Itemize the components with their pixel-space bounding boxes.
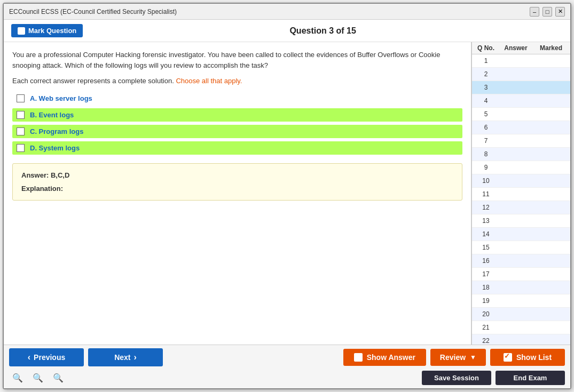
sidebar-cell-answer — [497, 175, 535, 186]
sidebar-cell-qno: 19 — [475, 295, 497, 306]
sidebar-row[interactable]: 12 — [472, 201, 570, 214]
option-c-checkbox[interactable] — [17, 127, 25, 135]
sidebar-cell-marked — [535, 175, 567, 186]
sidebar-row[interactable]: 9 — [472, 161, 570, 174]
sidebar-cell-qno: 12 — [475, 202, 497, 213]
bottom-bar: ‹ Previous Next › Show Answer Review ▼ — [4, 345, 570, 388]
show-answer-label: Show Answer — [367, 353, 415, 362]
minimize-button[interactable]: – — [530, 7, 539, 17]
sidebar-row[interactable]: 4 — [472, 94, 570, 108]
zoom-in-button[interactable]: 🔍 — [50, 372, 67, 384]
sidebar-cell-answer — [497, 269, 535, 279]
sidebar: Q No. Answer Marked 1 2 3 4 5 — [471, 42, 570, 345]
mark-question-button[interactable]: Mark Question — [11, 24, 83, 37]
sidebar-cell-answer — [497, 135, 535, 146]
sidebar-cell-qno: 20 — [475, 309, 497, 319]
review-dropdown-icon: ▼ — [470, 354, 476, 361]
sidebar-cell-qno: 17 — [475, 269, 497, 279]
answer-line: Answer: B,C,D — [21, 171, 453, 179]
sidebar-cell-answer — [497, 109, 535, 119]
sidebar-cell-marked — [535, 162, 567, 173]
sidebar-row[interactable]: 11 — [472, 188, 570, 201]
review-button[interactable]: Review ▼ — [430, 349, 486, 366]
sidebar-cell-answer — [497, 215, 535, 226]
sidebar-cell-answer — [497, 282, 535, 293]
sidebar-row[interactable]: 5 — [472, 108, 570, 121]
save-session-button[interactable]: Save Session — [422, 371, 491, 385]
option-c-row[interactable]: C. Program logs — [12, 125, 462, 138]
zoom-out-button[interactable]: 🔍 — [9, 372, 26, 384]
sidebar-cell-marked — [535, 149, 567, 159]
sidebar-row[interactable]: 8 — [472, 148, 570, 161]
maximize-button[interactable]: □ — [542, 7, 552, 17]
sidebar-cell-qno: 3 — [475, 82, 497, 93]
sidebar-row[interactable]: 6 — [472, 121, 570, 134]
sidebar-cell-answer — [497, 335, 535, 345]
sidebar-cell-qno: 14 — [475, 229, 497, 239]
sidebar-cell-marked — [535, 295, 567, 306]
sidebar-cell-answer — [497, 202, 535, 213]
sidebar-cell-answer — [497, 162, 535, 173]
sidebar-cell-marked — [535, 255, 567, 266]
option-c-label: C. Program logs — [30, 127, 83, 135]
show-list-button[interactable]: Show List — [490, 349, 565, 366]
sidebar-cell-qno: 13 — [475, 215, 497, 226]
app-window: ECCouncil ECSS (EC-Council Certified Sec… — [3, 3, 571, 389]
sidebar-col-qno: Q No. — [475, 44, 497, 52]
sidebar-row[interactable]: 7 — [472, 134, 570, 148]
option-a-checkbox[interactable] — [17, 94, 25, 102]
zoom-reset-button[interactable]: 🔍 — [29, 372, 46, 384]
sidebar-row[interactable]: 14 — [472, 228, 570, 241]
option-d-checkbox[interactable] — [17, 144, 25, 152]
sidebar-row[interactable]: 15 — [472, 241, 570, 254]
window-title: ECCouncil ECSS (EC-Council Certified Sec… — [9, 8, 177, 15]
sidebar-cell-answer — [497, 255, 535, 266]
prev-arrow-icon: ‹ — [28, 353, 30, 362]
sidebar-row[interactable]: 10 — [472, 174, 570, 188]
end-exam-button[interactable]: End Exam — [496, 371, 565, 385]
option-b-checkbox[interactable] — [17, 111, 25, 119]
mark-question-label: Mark Question — [28, 27, 76, 35]
next-button[interactable]: Next › — [88, 348, 163, 366]
sidebar-row[interactable]: 18 — [472, 281, 570, 294]
option-b-row[interactable]: B. Event logs — [12, 108, 462, 122]
show-list-label: Show List — [516, 353, 552, 362]
sidebar-cell-answer — [497, 149, 535, 159]
sidebar-row[interactable]: 13 — [472, 214, 570, 228]
sidebar-cell-answer — [497, 69, 535, 79]
sidebar-row[interactable]: 3 — [472, 81, 570, 94]
option-a-row[interactable]: A. Web server logs — [12, 92, 462, 105]
sidebar-row[interactable]: 1 — [472, 54, 570, 68]
previous-label: Previous — [34, 353, 65, 362]
sidebar-header: Q No. Answer Marked — [472, 42, 570, 54]
bottom-row-2: 🔍 🔍 🔍 Save Session End Exam — [4, 370, 570, 388]
show-answer-button[interactable]: Show Answer — [343, 349, 426, 366]
sidebar-cell-marked — [535, 55, 567, 66]
close-button[interactable]: ✕ — [555, 7, 565, 17]
option-b-label: B. Event logs — [30, 111, 74, 119]
question-text: You are a professional Computer Hacking … — [12, 50, 462, 70]
sidebar-row[interactable]: 2 — [472, 68, 570, 81]
option-d-row[interactable]: D. System logs — [12, 141, 462, 155]
sidebar-row[interactable]: 21 — [472, 321, 570, 334]
sidebar-row[interactable]: 17 — [472, 268, 570, 281]
title-bar: ECCouncil ECSS (EC-Council Certified Sec… — [4, 4, 570, 20]
answer-note: Each correct answer represents a complet… — [12, 76, 462, 86]
sidebar-cell-marked — [535, 202, 567, 213]
previous-button[interactable]: ‹ Previous — [9, 348, 84, 366]
sidebar-cell-marked — [535, 109, 567, 119]
show-answer-checkbox-icon — [354, 353, 363, 362]
sidebar-cell-qno: 15 — [475, 242, 497, 253]
explanation-line: Explanation: — [21, 185, 453, 193]
sidebar-cell-marked — [535, 335, 567, 345]
sidebar-cell-qno: 22 — [475, 335, 497, 345]
sidebar-row[interactable]: 19 — [472, 294, 570, 308]
sidebar-row[interactable]: 16 — [472, 254, 570, 268]
sidebar-cell-qno: 11 — [475, 189, 497, 199]
mark-checkbox-icon — [18, 27, 25, 35]
sidebar-row[interactable]: 22 — [472, 334, 570, 345]
sidebar-row[interactable]: 20 — [472, 308, 570, 321]
sidebar-cell-qno: 18 — [475, 282, 497, 293]
sidebar-cell-answer — [497, 55, 535, 66]
sidebar-cell-marked — [535, 309, 567, 319]
